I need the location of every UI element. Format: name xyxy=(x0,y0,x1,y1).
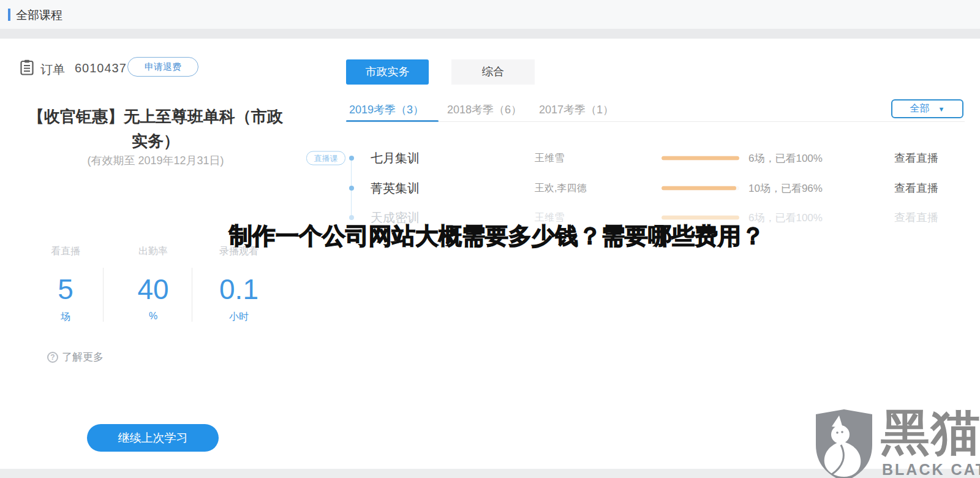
learn-more-link[interactable]: ? 了解更多 xyxy=(47,350,104,364)
filter-dropdown[interactable]: 全部 ▼ xyxy=(891,99,963,118)
season-tab-2018[interactable]: 2018考季（6） xyxy=(447,102,522,117)
stat-attendance: 出勤率 40 % xyxy=(113,245,193,322)
progress-fill-2 xyxy=(662,216,739,220)
stat-value: 0.1 xyxy=(199,273,279,306)
order-label: 订单 xyxy=(40,61,65,78)
course-row-name: 七月集训 xyxy=(371,150,420,167)
tab-zonghe[interactable]: 综合 xyxy=(451,59,535,85)
course-row-1: 直播课 七月集训 王维雪 6场，已看100% 查看直播 xyxy=(0,143,980,173)
watermark-en-text: BLACK CAT xyxy=(882,461,980,478)
timeline-dot xyxy=(349,215,354,220)
view-live-link[interactable]: 查看直播 xyxy=(894,210,938,225)
stat-watch-live: 看直播 5 场 xyxy=(26,245,105,324)
stat-unit: 小时 xyxy=(199,311,279,324)
learn-more-label: 了解更多 xyxy=(62,350,104,364)
view-live-link[interactable]: 查看直播 xyxy=(894,181,938,195)
course-row-stat: 6场，已看100% xyxy=(748,151,823,165)
progress-fill-0 xyxy=(662,156,739,161)
season-tab-2017[interactable]: 2017考季（1） xyxy=(539,102,614,117)
progress-bar xyxy=(662,186,739,191)
top-bar: 全部课程 xyxy=(0,0,980,29)
shield-cat-icon xyxy=(813,407,875,478)
page-title: 全部课程 xyxy=(16,7,62,23)
continue-learning-button[interactable]: 继续上次学习 xyxy=(87,424,219,452)
progress-bar xyxy=(662,216,739,220)
timeline-dot xyxy=(349,186,354,191)
black-cat-watermark: 黑猫 BLACK CAT xyxy=(798,398,980,478)
apply-refund-button[interactable]: 申请退费 xyxy=(127,57,198,77)
progress-fill-1 xyxy=(662,186,736,191)
stat-unit: 场 xyxy=(26,311,105,324)
order-number: 6010437 xyxy=(75,61,127,75)
filter-selected-value: 全部 xyxy=(910,102,930,115)
course-page: 全部课程 订单 6010437 申请退费 【收官钜惠】无上至尊班单科（市政实务）… xyxy=(0,0,980,478)
timeline-dot xyxy=(349,156,354,161)
stat-divider xyxy=(192,268,192,322)
season-tab-2019[interactable]: 2019考季（3） xyxy=(349,102,424,117)
progress-bar xyxy=(662,156,739,161)
course-row-teachers: 王欢,李四德 xyxy=(535,182,586,195)
order-clipboard-icon xyxy=(20,59,34,75)
overlay-headline: 制作一个公司网站大概需要多少钱？需要哪些费用？ xyxy=(229,221,764,252)
stat-label: 看直播 xyxy=(26,245,105,258)
course-row-2: 菁英集训 王欢,李四德 10场，已看96% 查看直播 xyxy=(0,173,980,203)
stat-divider xyxy=(103,268,104,322)
course-row-name: 菁英集训 xyxy=(371,180,420,197)
question-mark-icon: ? xyxy=(47,352,58,363)
live-course-badge: 直播课 xyxy=(306,151,345,165)
tab-shizheng-shiwu[interactable]: 市政实务 xyxy=(346,59,429,85)
course-row-stat: 10场，已看96% xyxy=(748,181,823,195)
course-row-teachers: 王维雪 xyxy=(535,152,564,165)
stat-unit: % xyxy=(113,311,193,322)
stat-value: 40 xyxy=(113,273,193,306)
season-active-underline xyxy=(346,120,439,122)
stat-recorded-watch: 录播观看 0.1 小时 xyxy=(199,245,279,324)
stat-label: 出勤率 xyxy=(113,245,193,258)
season-tabs-border xyxy=(346,121,965,122)
title-accent-bar xyxy=(8,9,10,21)
watermark-cn-text: 黑猫 xyxy=(881,408,980,457)
chevron-down-icon: ▼ xyxy=(938,105,945,113)
header-divider-strip xyxy=(0,29,980,39)
view-live-link[interactable]: 查看直播 xyxy=(894,151,938,165)
stat-value: 5 xyxy=(26,273,105,306)
